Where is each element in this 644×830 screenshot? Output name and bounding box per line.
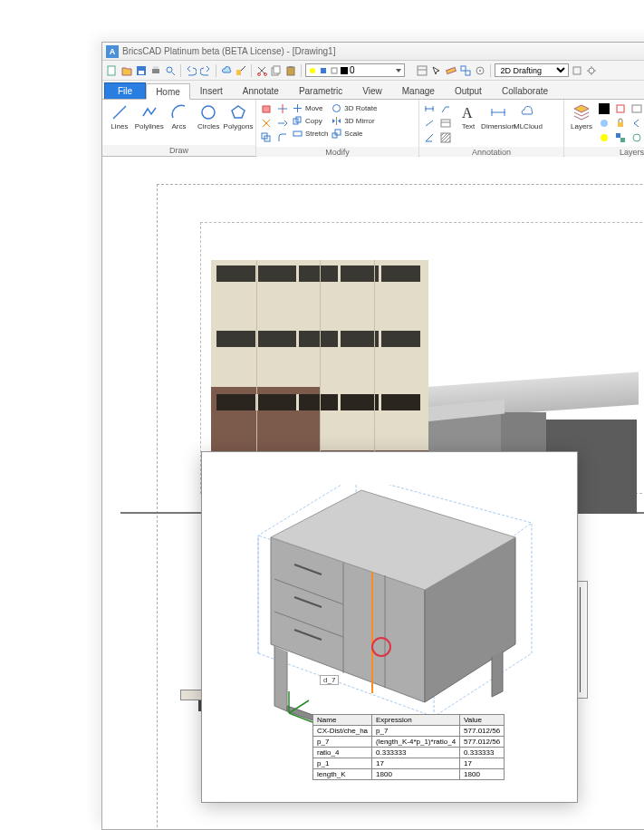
quick-access-toolbar: 0 2D Drafting — [102, 61, 644, 81]
layer-freeze-icon[interactable] — [598, 117, 610, 130]
svg-point-24 — [479, 70, 481, 72]
print-icon[interactable] — [149, 64, 162, 77]
move-tool[interactable]: Move — [292, 102, 328, 113]
gear-icon[interactable] — [585, 64, 598, 77]
preview-icon[interactable] — [164, 64, 177, 77]
table-row[interactable]: p_11717 — [313, 758, 505, 769]
arcs-tool[interactable]: Arcs — [166, 102, 193, 130]
layer-off-icon[interactable] — [598, 131, 610, 144]
file-tab[interactable]: File — [104, 82, 146, 99]
hatch-icon[interactable] — [439, 131, 452, 144]
cloud-icon[interactable] — [220, 64, 233, 77]
svg-rect-59 — [620, 138, 625, 142]
svg-rect-58 — [616, 133, 620, 138]
svg-rect-60 — [632, 105, 641, 112]
layer-combo[interactable]: 0 — [305, 63, 405, 77]
svg-rect-56 — [617, 105, 624, 112]
tab-view[interactable]: View — [352, 82, 392, 99]
mirror3d-tool[interactable]: 3D Mirror — [331, 115, 377, 126]
offset-icon[interactable] — [260, 131, 273, 144]
tab-parametric[interactable]: Parametric — [289, 82, 352, 99]
bylayer-color[interactable] — [598, 102, 610, 115]
layer-state-icon[interactable] — [630, 102, 643, 115]
table-row[interactable]: CX-Dist/che_hap_7577.012/56 — [313, 726, 505, 737]
table-row[interactable]: length_K18001800 — [313, 769, 505, 780]
lines-tool[interactable]: Lines — [106, 102, 133, 130]
svg-point-61 — [633, 134, 640, 141]
workspace-select[interactable]: 2D Drafting — [495, 63, 569, 77]
dimension-label[interactable]: d_7 — [320, 675, 339, 685]
svg-rect-7 — [236, 70, 241, 75]
layer-iso-icon[interactable] — [614, 102, 627, 115]
layer-prev-icon[interactable] — [630, 117, 643, 130]
paste-icon[interactable] — [284, 64, 297, 77]
svg-rect-41 — [335, 130, 341, 135]
tab-insert[interactable]: Insert — [190, 82, 233, 99]
panel-draw-title: Draw — [102, 145, 255, 156]
tab-collaborate[interactable]: Collaborate — [492, 82, 558, 99]
dimension-tool[interactable]: Dimension — [485, 102, 512, 130]
open-icon[interactable] — [120, 64, 133, 77]
table-header: Expression — [372, 715, 460, 726]
stretch-tool[interactable]: Stretch — [292, 128, 328, 139]
new-icon[interactable] — [106, 64, 119, 77]
properties-icon[interactable] — [416, 64, 428, 77]
svg-rect-30 — [263, 106, 270, 112]
svg-rect-12 — [287, 67, 294, 75]
extend-icon[interactable] — [276, 117, 289, 130]
leader-icon[interactable] — [439, 102, 452, 115]
rotate3d-tool[interactable]: 3D Rotate — [331, 102, 377, 113]
layers-tool[interactable]: Layers — [568, 102, 595, 130]
trim-icon[interactable] — [276, 102, 289, 115]
xref-icon[interactable] — [459, 64, 472, 77]
tab-output[interactable]: Output — [445, 82, 492, 99]
svg-rect-57 — [618, 122, 623, 127]
table-header: Name — [313, 715, 372, 726]
panel-modify: Move Copy Stretch 3D Rotate 3D Mirror Sc… — [256, 100, 419, 156]
tab-home[interactable]: Home — [146, 83, 190, 100]
tab-annotate[interactable]: Annotate — [233, 82, 289, 99]
table-header: Value — [460, 715, 505, 726]
matchprop-icon[interactable] — [235, 64, 247, 77]
cut-icon[interactable] — [255, 64, 268, 77]
undo-icon[interactable] — [185, 64, 197, 77]
fillet-icon[interactable] — [276, 131, 289, 144]
svg-rect-4 — [153, 66, 159, 69]
table-row[interactable]: p_7(length_K-4*p_1)*ratio_4577.012/56 — [313, 737, 505, 748]
layer-match-icon[interactable] — [614, 131, 627, 144]
layer-lock-icon[interactable] — [614, 117, 627, 130]
svg-line-6 — [172, 72, 175, 75]
tab-manage[interactable]: Manage — [392, 82, 445, 99]
text-tool[interactable]: AText — [455, 102, 482, 130]
dim-angular-icon[interactable] — [423, 131, 436, 144]
svg-rect-13 — [289, 66, 293, 68]
table-icon[interactable] — [439, 117, 452, 130]
polygons-tool[interactable]: Polygons — [225, 102, 252, 130]
scale-tool[interactable]: Scale — [331, 128, 377, 139]
copy-tool[interactable]: Copy — [292, 115, 328, 126]
redo-icon[interactable] — [199, 64, 212, 77]
measure-icon[interactable] — [445, 64, 457, 77]
svg-point-55 — [601, 134, 608, 141]
3d-model[interactable] — [220, 485, 546, 720]
save-icon[interactable] — [135, 64, 148, 77]
window-title: BricsCAD Platinum beta (BETA License) - … — [122, 46, 335, 56]
erase-icon[interactable] — [260, 102, 273, 115]
layer-walk-icon[interactable] — [630, 131, 643, 144]
tools-icon[interactable] — [474, 64, 486, 77]
explode-icon[interactable] — [260, 117, 273, 130]
circles-tool[interactable]: Circles — [195, 102, 222, 130]
dim-aligned-icon[interactable] — [423, 117, 436, 130]
svg-point-26 — [589, 68, 594, 73]
orbit-gizmo-icon[interactable] — [371, 637, 391, 657]
select-icon[interactable] — [430, 64, 443, 77]
svg-point-5 — [167, 67, 172, 72]
settings-icon[interactable] — [571, 64, 583, 77]
svg-rect-22 — [466, 71, 470, 75]
mlcloud-tool[interactable]: MLCloud — [514, 102, 542, 130]
polylines-tool[interactable]: Polylines — [136, 102, 163, 130]
dim-linear-icon[interactable] — [423, 102, 436, 115]
table-row[interactable]: ratio_40.3333330.333333 — [313, 748, 505, 758]
copy-icon[interactable] — [270, 64, 283, 77]
parameters-table[interactable]: Name Expression Value CX-Dist/che_hap_75… — [312, 714, 505, 780]
